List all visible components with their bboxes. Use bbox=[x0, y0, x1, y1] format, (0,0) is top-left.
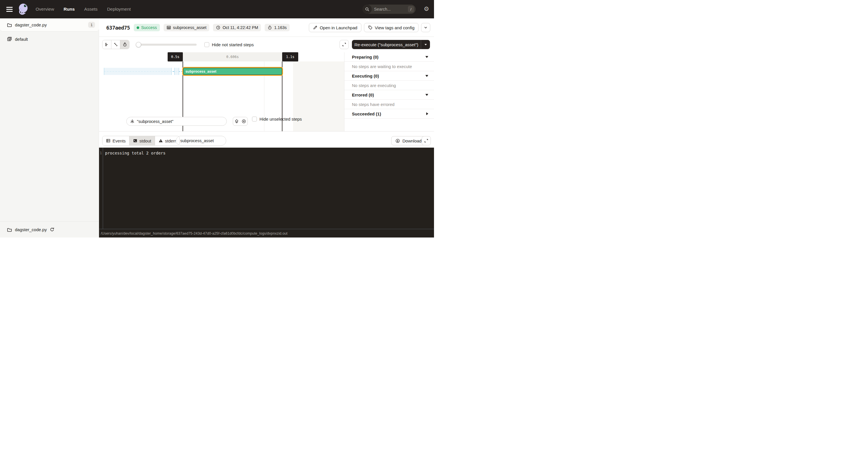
run-actions-chevron-button[interactable] bbox=[421, 23, 430, 32]
slider-track[interactable] bbox=[136, 43, 197, 46]
timeline-marker-right: 1.1s bbox=[282, 52, 298, 61]
step-status-panel: Preparing (0) No steps are waiting to ex… bbox=[344, 52, 434, 131]
search-placeholder: Search... bbox=[374, 7, 408, 11]
flat-view-icon bbox=[104, 42, 109, 47]
expand-icon bbox=[342, 42, 346, 47]
job-grid-icon bbox=[7, 36, 12, 42]
hide-unselected-label: Hide unselected steps bbox=[259, 117, 302, 121]
view-tags-config-button[interactable]: View tags and config bbox=[364, 23, 418, 32]
gantt-fullscreen-button[interactable] bbox=[340, 40, 349, 49]
waiting-span-short bbox=[174, 68, 179, 75]
section-errored[interactable]: Errored (0) bbox=[344, 90, 434, 100]
timeline-marker-left: 0.5s bbox=[167, 52, 183, 61]
run-count-badge: 1 bbox=[88, 22, 95, 28]
section-message: No steps are waiting to execute bbox=[344, 62, 434, 71]
warning-icon bbox=[158, 139, 163, 143]
caret-down-icon bbox=[425, 94, 428, 96]
gutter-divider bbox=[103, 148, 103, 229]
zoom-slider[interactable] bbox=[136, 37, 197, 52]
filter-actions-group bbox=[233, 117, 248, 126]
section-message: No steps have errored bbox=[344, 100, 434, 109]
gantt-step-bar[interactable]: subprocess_asset bbox=[183, 68, 282, 75]
timeline-duration-label: 0.606s bbox=[183, 52, 282, 61]
hide-not-started-label: Hide not started steps bbox=[212, 42, 254, 47]
run-header: 637aed75 Success subprocess_asset Oct 11… bbox=[99, 19, 434, 37]
timing-view-button[interactable] bbox=[120, 40, 129, 49]
tab-events[interactable]: Events bbox=[102, 136, 129, 145]
waterfall-view-button[interactable] bbox=[112, 40, 120, 49]
status-dot-icon bbox=[136, 26, 139, 29]
stopwatch-icon bbox=[268, 25, 272, 30]
log-tabs: Events stdout stderr bbox=[102, 136, 180, 146]
pencil-icon bbox=[313, 25, 317, 30]
nav-item-deployment[interactable]: Deployment bbox=[107, 7, 131, 12]
sidebar-item-code-location[interactable]: dagster_code.py 1 bbox=[0, 19, 99, 32]
sidebar: dagster_code.py 1 default dagster_code.p… bbox=[0, 19, 99, 237]
nav-item-runs[interactable]: Runs bbox=[64, 7, 75, 12]
search-input[interactable]: Search... / bbox=[363, 5, 415, 14]
asset-tag[interactable]: subprocess_asset bbox=[164, 24, 210, 31]
duration-tag: 1.163s bbox=[265, 24, 290, 31]
caret-down-icon bbox=[425, 56, 428, 58]
top-nav: Overview Runs Assets Deployment Search..… bbox=[0, 0, 434, 19]
tab-stdout[interactable]: stdout bbox=[129, 136, 155, 145]
timer-view-icon bbox=[123, 42, 127, 47]
gantt-view-mode-group bbox=[102, 40, 129, 49]
log-filter-wrap bbox=[176, 136, 226, 146]
log-filter-input[interactable] bbox=[180, 139, 222, 143]
sidebar-footer: dagster_code.py bbox=[0, 221, 99, 237]
folder-icon bbox=[7, 227, 12, 232]
step-filter-input-wrap bbox=[126, 117, 227, 126]
open-in-launchpad-button[interactable]: Open in Launchpad bbox=[309, 23, 361, 32]
section-preparing[interactable]: Preparing (0) bbox=[344, 52, 434, 62]
search-icon bbox=[363, 5, 372, 14]
download-button[interactable]: Download bbox=[391, 136, 426, 145]
log-fullscreen-button[interactable] bbox=[422, 136, 431, 145]
timestamp-tag: Oct 11, 4:22:42 PM bbox=[213, 24, 261, 31]
download-icon bbox=[395, 139, 400, 143]
waiting-span bbox=[104, 68, 172, 75]
sidebar-item-label: dagster_code.py bbox=[15, 22, 85, 27]
caret-down-icon bbox=[425, 44, 427, 46]
menu-icon[interactable] bbox=[6, 7, 12, 12]
section-executing[interactable]: Executing (0) bbox=[344, 71, 434, 81]
sidebar-item-job-default[interactable]: default bbox=[0, 34, 99, 44]
stdout-log-view[interactable]: 1 processing total 2 orders bbox=[99, 148, 434, 229]
clock-icon bbox=[216, 25, 220, 30]
sidebar-footer-label: dagster_code.py bbox=[15, 227, 47, 232]
folder-icon bbox=[7, 22, 12, 28]
reload-icon[interactable] bbox=[50, 227, 55, 232]
section-message: No steps are executing bbox=[344, 81, 434, 90]
run-id: 637aed75 bbox=[106, 25, 130, 31]
op-selector-icon bbox=[130, 119, 135, 124]
gantt-toolbar: Hide not started steps Re-execute ("subp… bbox=[99, 37, 434, 52]
search-shortcut-key: / bbox=[408, 6, 414, 12]
log-file-path: /Users/yuhan/dev/local/dagster_home/stor… bbox=[101, 232, 288, 236]
terminal-icon bbox=[133, 139, 137, 143]
slider-thumb[interactable] bbox=[136, 42, 141, 48]
layers-diamond-icon bbox=[234, 119, 239, 124]
step-filter-input[interactable] bbox=[137, 119, 223, 124]
gear-icon[interactable]: ⚙ bbox=[424, 6, 429, 12]
nav-item-assets[interactable]: Assets bbox=[84, 7, 98, 12]
reexecute-options-caret[interactable] bbox=[421, 44, 430, 46]
tag-icon bbox=[368, 25, 373, 30]
hide-unselected-checkbox[interactable] bbox=[252, 117, 257, 121]
nav-item-overview[interactable]: Overview bbox=[36, 7, 54, 12]
clear-selection-button[interactable] bbox=[240, 117, 247, 125]
layers-button[interactable] bbox=[233, 117, 240, 125]
section-succeeded[interactable]: Succeeded (1) bbox=[344, 109, 434, 119]
table-icon bbox=[166, 25, 171, 30]
status-badge: Success bbox=[134, 24, 160, 31]
flat-view-button[interactable] bbox=[102, 40, 112, 49]
dagster-logo-icon[interactable] bbox=[17, 3, 30, 16]
gantt-chart: 0.606s 0.5s 1.1s subprocess_asset Hide u… bbox=[99, 52, 434, 131]
log-line-text: processing total 2 orders bbox=[105, 150, 166, 156]
hide-not-started-checkbox[interactable] bbox=[205, 42, 209, 47]
log-line-number: 1 bbox=[99, 151, 102, 155]
reexecute-button[interactable]: Re-execute ("subprocess_asset") bbox=[352, 40, 430, 49]
chevron-down-icon bbox=[423, 25, 428, 30]
waterfall-view-icon bbox=[113, 42, 118, 47]
log-file-path-bar: /Users/yuhan/dev/local/dagster_home/stor… bbox=[99, 229, 434, 237]
caret-right-icon bbox=[426, 112, 428, 115]
